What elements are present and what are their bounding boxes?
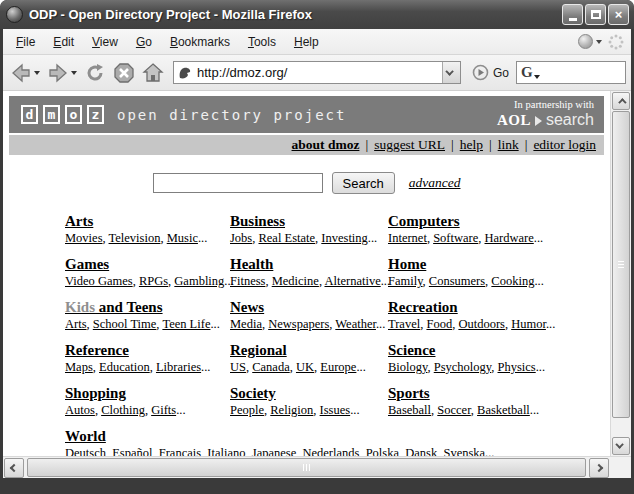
subcategory-link[interactable]: Investing	[321, 231, 368, 245]
category-title-link[interactable]: Arts	[65, 213, 93, 230]
category-title-link[interactable]: Home	[388, 256, 426, 273]
subcategory-link[interactable]: Education	[99, 360, 150, 374]
subcategory-link[interactable]: Biology	[388, 360, 427, 374]
dmoz-logo[interactable]: dmoz open directory project	[21, 105, 346, 124]
subcategory-link[interactable]: Teen Life	[162, 317, 210, 331]
subcategory-link[interactable]: Video Games	[65, 274, 133, 288]
subcategory-link[interactable]: Media	[230, 317, 262, 331]
subcategory-link[interactable]: Dansk	[405, 446, 437, 456]
subcategory-link[interactable]: Internet	[388, 231, 427, 245]
subcategory-link[interactable]: Clothing	[101, 403, 145, 417]
nav-link-link[interactable]: link	[498, 137, 519, 152]
subcategory-link[interactable]: People	[230, 403, 264, 417]
url-dropdown-button[interactable]	[442, 62, 460, 83]
subcategory-link[interactable]: Alternative	[324, 274, 380, 288]
subcategory-link[interactable]: Humor	[511, 317, 546, 331]
subcategory-link[interactable]: Religion	[270, 403, 313, 417]
subcategory-link[interactable]: Svenska	[443, 446, 485, 456]
subcategory-link[interactable]: Psychology	[434, 360, 492, 374]
forward-button[interactable]	[45, 60, 79, 86]
subcategory-link[interactable]: US	[230, 360, 246, 374]
subcategory-link[interactable]: Consumers	[429, 274, 485, 288]
subcategory-link[interactable]: Gifts	[151, 403, 176, 417]
nav-link-suggest-url[interactable]: suggest URL	[374, 137, 445, 152]
menu-item-edit[interactable]: Edit	[44, 32, 83, 52]
subcategory-link[interactable]: Fitness	[230, 274, 265, 288]
horizontal-scroll-thumb[interactable]	[27, 458, 586, 477]
title-bar[interactable]: ODP - Open Directory Project - Mozilla F…	[0, 0, 634, 29]
category-title-link[interactable]: Shopping	[65, 385, 126, 402]
subcategory-link[interactable]: Jobs	[230, 231, 252, 245]
nav-link-editor-login[interactable]: editor login	[533, 137, 596, 152]
scroll-down-button[interactable]	[612, 437, 630, 455]
category-title-link[interactable]: Society	[230, 385, 276, 402]
subcategory-link[interactable]: Français	[159, 446, 201, 456]
forward-history-caret-icon[interactable]	[71, 71, 77, 75]
maximize-button[interactable]	[585, 4, 606, 25]
nav-link-help[interactable]: help	[460, 137, 483, 152]
menu-item-go[interactable]: Go	[127, 32, 161, 52]
subcategory-link[interactable]: RPGs	[139, 274, 168, 288]
subcategory-link[interactable]: Software	[433, 231, 478, 245]
category-title-link[interactable]: Health	[230, 256, 273, 273]
subcategory-link[interactable]: Arts	[65, 317, 87, 331]
subcategory-link[interactable]: Outdoors	[458, 317, 505, 331]
subcategory-link[interactable]: Maps	[65, 360, 93, 374]
reload-button[interactable]	[82, 60, 108, 86]
close-button[interactable]: ×	[608, 4, 629, 25]
subcategory-link[interactable]: Canada	[252, 360, 289, 374]
scroll-up-button[interactable]	[612, 92, 630, 110]
vertical-scroll-thumb[interactable]	[612, 111, 630, 418]
menu-item-bookmarks[interactable]: Bookmarks	[161, 32, 239, 52]
subcategory-link[interactable]: Food	[426, 317, 452, 331]
subcategory-link[interactable]: Movies	[65, 231, 103, 245]
subcategory-link[interactable]: Music	[167, 231, 198, 245]
subcategory-link[interactable]: Polska	[366, 446, 399, 456]
subcategory-link[interactable]: Family	[388, 274, 423, 288]
subcategory-link[interactable]: Gambling	[174, 274, 224, 288]
subcategory-link[interactable]: Autos	[65, 403, 95, 417]
subcategory-link[interactable]: Europe	[320, 360, 356, 374]
subcategory-link[interactable]: Deutsch	[65, 446, 106, 456]
url-input[interactable]: http://dmoz.org/	[197, 65, 442, 80]
category-title-link[interactable]: Recreation	[388, 299, 458, 316]
category-title-link[interactable]: Science	[388, 342, 435, 359]
minimize-button[interactable]	[562, 4, 583, 25]
search-engine-caret-icon[interactable]	[534, 75, 540, 79]
subcategory-link[interactable]: Physics	[498, 360, 536, 374]
web-search-box[interactable]: G	[516, 61, 626, 84]
google-engine-icon[interactable]: G	[521, 64, 533, 81]
menu-item-view[interactable]: View	[83, 32, 127, 52]
scroll-right-button[interactable]	[589, 458, 609, 478]
category-title-link[interactable]: Regional	[230, 342, 287, 359]
subcategory-link[interactable]: Baseball	[388, 403, 431, 417]
horizontal-scroll-track[interactable]	[25, 457, 588, 478]
aol-partnership-block[interactable]: In partnership with AOL search	[497, 99, 594, 129]
subcategory-link[interactable]: Issues	[320, 403, 351, 417]
advanced-search-link[interactable]: advanced	[409, 175, 461, 190]
subcategory-link[interactable]: Nederlands	[302, 446, 359, 456]
subcategory-link[interactable]: Travel	[388, 317, 420, 331]
nav-link-about-dmoz[interactable]: about dmoz	[292, 137, 360, 152]
subcategory-link[interactable]: Hardware	[485, 231, 534, 245]
go-button[interactable]: Go	[468, 62, 513, 83]
subcategory-link[interactable]: Libraries	[156, 360, 201, 374]
scroll-left-button[interactable]	[4, 458, 24, 478]
subcategory-link[interactable]: Soccer	[437, 403, 471, 417]
subcategory-link[interactable]: Real Estate	[258, 231, 315, 245]
subcategory-link[interactable]: Newspapers	[268, 317, 329, 331]
stop-button[interactable]	[111, 60, 137, 86]
subcategory-link[interactable]: Cooking	[491, 274, 534, 288]
subcategory-link[interactable]: School Time	[93, 317, 157, 331]
category-title-link[interactable]: News	[230, 299, 264, 316]
subcategory-link[interactable]: Weather	[335, 317, 376, 331]
horizontal-scrollbar[interactable]	[3, 456, 631, 478]
category-title-link[interactable]: Business	[230, 213, 285, 230]
menu-item-file[interactable]: File	[7, 32, 44, 52]
profile-menu-button[interactable]	[578, 34, 602, 49]
subcategory-link[interactable]: Italiano	[207, 446, 245, 456]
search-button[interactable]: Search	[332, 172, 395, 194]
subcategory-link[interactable]: Español	[112, 446, 152, 456]
back-history-caret-icon[interactable]	[34, 71, 40, 75]
search-input[interactable]	[153, 173, 323, 193]
